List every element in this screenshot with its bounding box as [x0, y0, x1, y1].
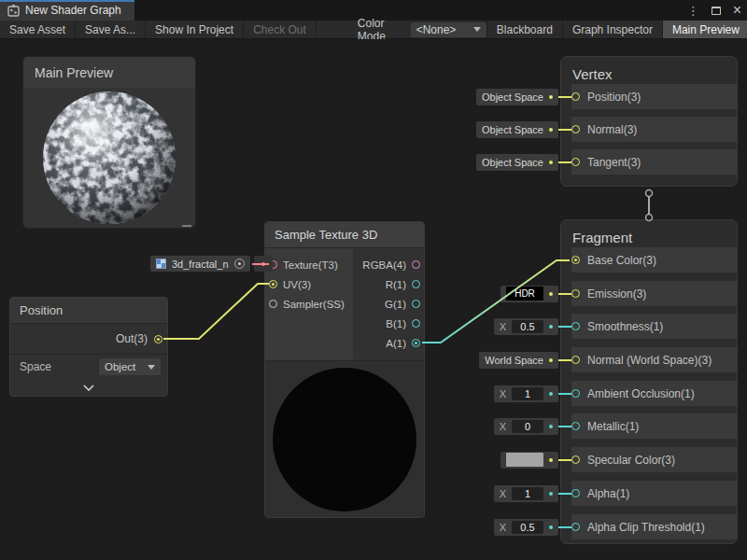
graph-inspector-toggle-button[interactable]: Graph Inspector — [562, 21, 662, 38]
sample-texture-node-title: Sample Texture 3D — [265, 222, 424, 248]
texture-object-pill[interactable]: 3d_fractal_n — [150, 256, 250, 272]
float-input-pill[interactable]: X 0.5 — [494, 318, 558, 335]
alpha-clip-value-field[interactable]: 0.5 — [512, 521, 543, 534]
port-g-output[interactable] — [412, 300, 420, 308]
metallic-value-field[interactable]: 0 — [512, 420, 543, 433]
node-position[interactable]: Position Out(3) Space Object — [9, 297, 168, 397]
port-base-color[interactable] — [571, 256, 580, 264]
vertex-row-position: Object Space Position(3) — [467, 84, 738, 109]
port-uv-input[interactable] — [269, 280, 277, 288]
space-pill-label: Object Space — [482, 91, 543, 103]
port-connector-dot — [549, 392, 553, 396]
object-picker-icon[interactable] — [234, 259, 245, 269]
slot-label: Alpha(1) — [587, 487, 629, 500]
ao-value-field[interactable]: 1 — [512, 387, 543, 400]
slot-label: Ambient Occlusion(1) — [587, 387, 695, 400]
slot-specular-color: Specular Color(3) — [571, 447, 738, 472]
input-row-uv: UV(3) — [265, 274, 353, 294]
float-input-pill[interactable]: X 0 — [494, 418, 558, 435]
main-preview-toggle-button[interactable]: Main Preview — [662, 21, 747, 38]
port-sampler-input[interactable] — [269, 300, 277, 308]
x-label: X — [500, 321, 506, 332]
space-pill-label: World Space — [485, 355, 543, 366]
emission-color-pill[interactable]: HDR — [500, 286, 558, 302]
port-rgba-output[interactable] — [412, 260, 420, 269]
port-connector-dot — [549, 95, 553, 99]
show-in-project-button[interactable]: Show In Project — [146, 21, 244, 38]
port-vertex-tangent[interactable] — [571, 158, 580, 166]
port-vertex-position[interactable] — [571, 92, 580, 101]
fragment-row-normal-ws: World Space Normal (World Space)(3) — [467, 347, 738, 372]
color-mode-group: Color Mode <None> — [350, 21, 486, 38]
main-preview-header[interactable]: Main Preview — [23, 57, 195, 88]
port-b-output[interactable] — [412, 319, 420, 328]
space-label: Space — [10, 360, 51, 373]
expand-chevron-icon[interactable] — [83, 385, 94, 391]
port-vertex-normal[interactable] — [571, 125, 580, 133]
slot-label: Smoothness(1) — [587, 320, 663, 333]
port-position-out[interactable] — [154, 335, 162, 343]
texture-asset-field: 3d_fractal_n — [150, 256, 273, 272]
x-label: X — [500, 522, 506, 533]
position-out-row: Out(3) — [10, 324, 167, 354]
shader-graph-window: New Shader Graph ⋮ × Save Asset Save As.… — [0, 0, 747, 560]
connector-dot-box — [254, 256, 273, 272]
hdr-color-swatch[interactable]: HDR — [506, 287, 543, 301]
output-label: G(1) — [385, 299, 406, 310]
slot-label: Metallic(1) — [587, 420, 639, 433]
output-label: R(1) — [386, 279, 406, 290]
node-title-label: Sample Texture 3D — [275, 228, 377, 242]
position-node-title: Position — [10, 298, 167, 324]
resize-grip[interactable] — [182, 225, 191, 227]
output-row-rgba: RGBA(4) — [353, 255, 424, 274]
port-connector-dot — [549, 161, 553, 164]
port-metallic[interactable] — [571, 422, 580, 430]
space-pill-normal[interactable]: Object Space — [476, 121, 558, 138]
space-pill-tangent[interactable]: Object Space — [476, 154, 558, 171]
color-swatch[interactable] — [506, 453, 543, 467]
input-label: UV(3) — [283, 279, 311, 290]
space-pill-label: Object Space — [482, 157, 543, 168]
slot-position: Position(3) — [571, 84, 738, 109]
port-alpha[interactable] — [571, 489, 580, 497]
collapse-toggle-row — [10, 379, 167, 396]
save-asset-button[interactable]: Save Asset — [0, 21, 76, 38]
port-specular-color[interactable] — [571, 455, 580, 464]
space-dropdown[interactable]: Object — [99, 358, 161, 375]
port-alpha-clip-threshold[interactable] — [571, 523, 580, 531]
port-emission[interactable] — [571, 289, 580, 298]
slot-label: Alpha Clip Threshold(1) — [587, 521, 705, 534]
slot-label: Specular Color(3) — [587, 454, 675, 467]
x-label: X — [500, 421, 506, 432]
main-preview-panel[interactable]: Main Preview — [22, 56, 196, 229]
slot-label: Emission(3) — [587, 287, 646, 301]
kebab-menu-icon[interactable]: ⋮ — [687, 5, 699, 17]
space-pill-normal-ws[interactable]: World Space — [479, 352, 558, 369]
tab-new-shader-graph[interactable]: New Shader Graph — [0, 0, 134, 21]
port-normal-ws[interactable] — [571, 356, 580, 364]
port-r-output[interactable] — [412, 280, 420, 288]
float-input-pill[interactable]: X 1 — [494, 385, 558, 402]
shader-graph-icon — [7, 5, 20, 17]
port-ambient-occlusion[interactable] — [571, 389, 580, 398]
vertex-row-normal: Object Space Normal(3) — [467, 117, 738, 142]
port-a-output[interactable] — [412, 339, 420, 347]
blackboard-toggle-button[interactable]: Blackboard — [486, 21, 562, 38]
vertex-node-title: Vertex — [561, 57, 737, 82]
float-input-pill[interactable]: X 0.5 — [494, 519, 558, 536]
space-pill-position[interactable]: Object Space — [476, 89, 558, 105]
alpha-value-field[interactable]: 1 — [512, 487, 543, 500]
float-input-pill[interactable]: X 1 — [494, 485, 558, 502]
input-row-texture: Texture(T3) — [265, 255, 353, 274]
smoothness-value-field[interactable]: 0.5 — [512, 320, 543, 333]
color-mode-dropdown[interactable]: <None> — [411, 22, 486, 37]
port-connector-dot — [549, 292, 553, 296]
node-sample-texture-3d[interactable]: Sample Texture 3D Texture(T3) UV(3) Samp… — [264, 221, 425, 518]
maximize-icon[interactable] — [712, 7, 721, 15]
close-icon[interactable]: × — [733, 3, 741, 18]
slot-metallic: Metallic(1) — [571, 413, 738, 439]
save-as-button[interactable]: Save As... — [76, 21, 146, 38]
port-smoothness[interactable] — [571, 322, 580, 330]
specular-color-pill[interactable] — [500, 452, 558, 469]
port-connector-dot — [549, 492, 553, 496]
